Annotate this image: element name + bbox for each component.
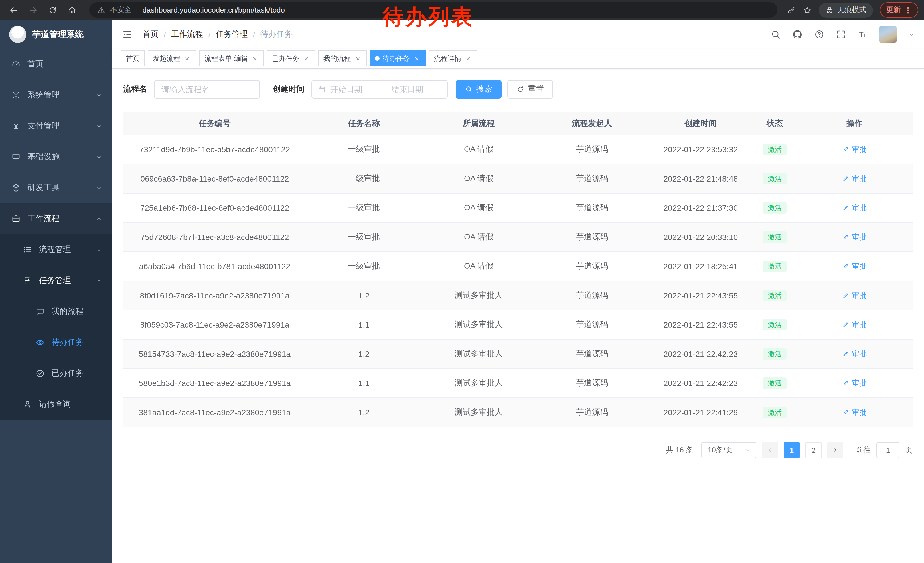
- sidebar-item-devtools[interactable]: 研发工具: [0, 173, 112, 203]
- cell-create-time: 2022-01-21 22:43:55: [648, 310, 753, 339]
- goto-page-input[interactable]: [876, 442, 899, 458]
- approve-link[interactable]: 审批: [842, 232, 867, 242]
- close-icon[interactable]: ×: [413, 54, 421, 62]
- breadcrumb-item[interactable]: 工作流程: [171, 29, 203, 39]
- cell-process: OA 请假: [422, 222, 536, 252]
- pencil-icon: [842, 175, 850, 182]
- close-icon[interactable]: ×: [183, 54, 191, 62]
- status-badge: 激活: [763, 261, 787, 272]
- pagination: 共 16 条 10条/页 1 2 前往 页: [123, 442, 912, 458]
- sidebar-item-todo-tasks[interactable]: 待办任务: [0, 327, 112, 358]
- flag-icon: [23, 276, 32, 285]
- table-row: 58154733-7ac8-11ec-a9e2-a2380e71991a 1.2…: [123, 339, 912, 369]
- tag-todo-tasks[interactable]: 待办任务 ×: [370, 50, 426, 66]
- cell-status: 激活: [753, 135, 796, 164]
- sidebar-logo[interactable]: 芋道管理系统: [0, 20, 112, 49]
- help-icon[interactable]: [814, 29, 824, 39]
- col-task-id: 任务编号: [123, 112, 306, 135]
- avatar-caret-icon[interactable]: [908, 31, 915, 38]
- browser-forward-button[interactable]: [25, 2, 41, 18]
- close-icon[interactable]: ×: [464, 54, 472, 62]
- sidebar-item-payment[interactable]: ¥ 支付管理: [0, 111, 112, 141]
- page-size-select[interactable]: 10条/页: [701, 442, 756, 458]
- tag-done-tasks[interactable]: 已办任务 ×: [267, 50, 315, 66]
- cell-task-name: 一级审批: [306, 252, 422, 281]
- close-icon[interactable]: ×: [354, 54, 362, 62]
- browser-back-button[interactable]: [6, 2, 22, 18]
- approve-link[interactable]: 审批: [842, 261, 867, 272]
- next-page-button[interactable]: [827, 442, 843, 458]
- approve-link[interactable]: 审批: [842, 378, 867, 388]
- sidebar-item-done-tasks[interactable]: 已办任务: [0, 358, 112, 389]
- sidebar-item-my-processes[interactable]: 我的流程: [0, 296, 112, 327]
- collapse-icon: [122, 29, 132, 39]
- search-icon[interactable]: [771, 29, 781, 39]
- github-icon[interactable]: [792, 29, 802, 39]
- approve-link-label: 审批: [852, 290, 867, 301]
- workflow-submenu: 流程管理 任务管理 我的流程 待办任务 已办: [0, 234, 112, 420]
- cell-starter: 芋道源码: [536, 281, 648, 310]
- check-circle-icon: [36, 369, 45, 378]
- sidebar-item-process-management[interactable]: 流程管理: [0, 234, 112, 265]
- breadcrumb-item[interactable]: 任务管理: [216, 29, 248, 39]
- approve-link[interactable]: 审批: [842, 174, 867, 184]
- fullscreen-icon[interactable]: [836, 29, 846, 39]
- key-icon[interactable]: [787, 6, 796, 15]
- breadcrumb-separator: /: [208, 30, 211, 39]
- cell-task-id: 73211d9d-7b9b-11ec-b5b7-acde48001122: [123, 135, 306, 164]
- browser-reload-button[interactable]: [45, 2, 61, 18]
- user-avatar[interactable]: [879, 26, 897, 43]
- cell-status: 激活: [753, 252, 796, 281]
- tag-process-form-edit[interactable]: 流程表单-编辑 ×: [199, 50, 264, 66]
- approve-link[interactable]: 审批: [842, 320, 867, 330]
- cell-starter: 芋道源码: [536, 252, 648, 281]
- sidebar-item-task-management[interactable]: 任务管理: [0, 265, 112, 296]
- col-create-time: 创建时间: [648, 112, 753, 135]
- approve-link-label: 审批: [852, 261, 867, 272]
- approve-link[interactable]: 审批: [842, 349, 867, 359]
- sidebar-item-workflow[interactable]: 工作流程: [0, 203, 112, 234]
- close-icon[interactable]: ×: [251, 54, 259, 62]
- cell-task-name: 1.2: [306, 339, 422, 369]
- close-icon[interactable]: ×: [302, 54, 310, 62]
- start-date-input[interactable]: [329, 84, 376, 95]
- prev-page-button[interactable]: [762, 442, 778, 458]
- cell-task-id: 580e1b3d-7ac8-11ec-a9e2-a2380e71991a: [123, 369, 306, 398]
- reset-button[interactable]: 重置: [507, 80, 553, 99]
- tag-process-detail[interactable]: 流程详情 ×: [429, 50, 477, 66]
- list-icon: [23, 245, 32, 254]
- chevron-down-icon: [96, 123, 102, 129]
- screen: 待办列表 不安全 | dashboard.yudao.iocoder.cn/bp…: [0, 0, 924, 563]
- search-button[interactable]: 搜索: [456, 80, 501, 99]
- bookmark-star-icon[interactable]: [802, 6, 812, 15]
- breadcrumb-item[interactable]: 首页: [142, 29, 159, 39]
- tag-start-process[interactable]: 发起流程 ×: [148, 50, 196, 66]
- sidebar-item-system[interactable]: 系统管理: [0, 80, 112, 111]
- chevron-up-icon: [96, 277, 102, 284]
- cell-starter: 芋道源码: [536, 310, 648, 339]
- font-size-icon[interactable]: [858, 29, 868, 39]
- approve-link[interactable]: 审批: [842, 203, 867, 213]
- incognito-badge: 无痕模式: [819, 3, 873, 18]
- approve-link[interactable]: 审批: [842, 407, 867, 417]
- process-name-input[interactable]: [154, 80, 260, 99]
- sidebar-item-home[interactable]: 首页: [0, 49, 112, 80]
- approve-link[interactable]: 审批: [842, 144, 867, 155]
- pencil-icon: [842, 380, 850, 387]
- tag-home[interactable]: 首页: [121, 50, 145, 66]
- browser-update-menu-button[interactable]: 更新 ⋮: [880, 2, 918, 18]
- table-row: 73211d9d-7b9b-11ec-b5b7-acde48001122 一级审…: [123, 135, 912, 164]
- page-button-1[interactable]: 1: [784, 442, 800, 458]
- approve-link-label: 审批: [852, 203, 867, 213]
- end-date-input[interactable]: [390, 84, 437, 95]
- date-range-picker[interactable]: -: [311, 80, 448, 99]
- page-button-2[interactable]: 2: [806, 442, 822, 458]
- cell-starter: 芋道源码: [536, 369, 648, 398]
- active-dot: [375, 56, 380, 61]
- sidebar-item-infrastructure[interactable]: 基础设施: [0, 141, 112, 173]
- browser-home-button[interactable]: [64, 2, 80, 18]
- tag-my-processes[interactable]: 我的流程 ×: [318, 50, 367, 66]
- sidebar-collapse-button[interactable]: [122, 29, 132, 39]
- approve-link[interactable]: 审批: [842, 290, 867, 301]
- sidebar-item-leave-query[interactable]: 请假查询: [0, 389, 112, 420]
